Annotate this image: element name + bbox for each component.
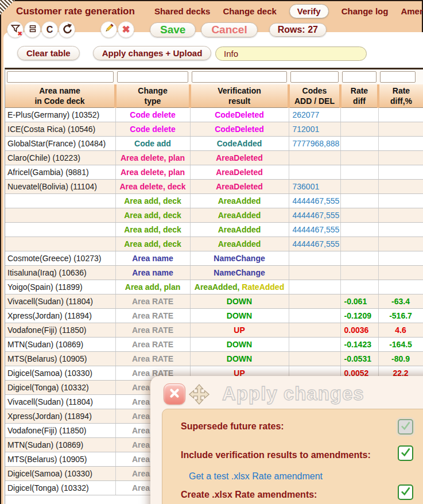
refresh-button[interactable] xyxy=(59,21,75,38)
table-row[interactable]: Area add, deckAreaAdded4444467,555 xyxy=(5,223,423,237)
cell-rate-diff xyxy=(340,122,378,137)
cell-rate-diff xyxy=(340,223,378,237)
cell-area-name: MTS(Belarus) (10905) xyxy=(5,452,115,467)
cell-area-name xyxy=(5,237,115,251)
cell-verification-result: NameChange xyxy=(190,266,289,280)
modal-close-button[interactable] xyxy=(164,383,185,405)
test-amendment-link[interactable]: Get a test .xlsx Rate amendment xyxy=(189,471,323,482)
cell-codes: 262077 xyxy=(289,108,340,122)
save-button[interactable]: Save xyxy=(150,22,196,37)
cell-rate-diff xyxy=(340,237,378,251)
cell-verification-result: CodeAdded xyxy=(190,137,289,151)
cell-verification-result: CodeDeleted xyxy=(190,122,289,137)
supersede-label: Supersede future rates: xyxy=(181,421,284,432)
modal-title: Apply changes xyxy=(222,383,364,405)
filter-input[interactable] xyxy=(117,71,188,83)
result-part: AreaAdded xyxy=(218,196,261,206)
action-row: Clear table Apply changes + Upload xyxy=(17,46,211,60)
cell-area-name: MTN(Sudan) (10869) xyxy=(5,438,115,452)
cancel-button[interactable]: Cancel xyxy=(201,22,257,37)
table-row[interactable]: Claro(Chile) (10223)Area delete, planAre… xyxy=(5,151,423,165)
table-row[interactable]: Vivacell(Sudan) (11804)Area RATEDOWN-0.0… xyxy=(5,294,423,309)
result-part: CodeDeleted xyxy=(215,110,264,119)
cell-change-type: Area add, deck xyxy=(115,237,190,251)
cell-area-name: Digicel(Tonga) (10332) xyxy=(5,381,115,395)
result-part: NameChange xyxy=(214,268,265,277)
delete-row-button[interactable]: ✖ xyxy=(118,21,134,38)
table-row[interactable]: Area add, deckAreaAdded4444467,555 xyxy=(5,208,423,223)
cell-area-name: MTS(Belarus) (10905) xyxy=(5,352,115,366)
tab-change-deck[interactable]: Change deck xyxy=(223,6,276,16)
filter-input[interactable] xyxy=(342,71,377,83)
table-row[interactable]: Africel(Gambia) (9881)Area delete, planA… xyxy=(5,165,423,180)
tab-amendments[interactable]: Amendments xyxy=(401,6,423,16)
create-xlsx-label: Create .xlsx Rate amendments: xyxy=(181,490,317,500)
cell-verification-result: DOWN xyxy=(190,338,289,352)
cell-change-type: Code delete xyxy=(115,122,190,137)
column-header: Codes ADD / DEL xyxy=(289,84,340,108)
copy-button[interactable]: C xyxy=(41,21,58,38)
cell-codes: 7777968,888 xyxy=(289,137,340,151)
cell-verification-result: NameChange xyxy=(190,251,289,266)
cell-change-type: Area RATE xyxy=(115,352,190,366)
result-part: DOWN xyxy=(227,354,252,363)
cell-rate-diff xyxy=(340,208,378,223)
cell-verification-result: AreaAdded xyxy=(190,223,289,237)
table-row[interactable]: Vodafone(Fiji) (11850)Area RATEUP0.00364… xyxy=(5,323,423,338)
table-row[interactable]: MTS(Belarus) (10905)Area RATEDOWN-0.0531… xyxy=(5,352,423,366)
cell-rate-diff-pct: -516.7 xyxy=(378,309,423,323)
result-part: CodeDeleted xyxy=(215,125,264,134)
table-row[interactable]: ICE(Costa Rica) (10546)Code deleteCodeDe… xyxy=(5,122,423,137)
move-arrows-icon xyxy=(188,397,210,407)
cell-area-name: Nuevatel(Bolivia) (11104) xyxy=(5,180,115,194)
info-field[interactable]: Info xyxy=(215,46,367,61)
table-row[interactable]: Cosmote(Greece) (10273)Area nameNameChan… xyxy=(5,251,423,266)
cell-rate-diff: -0.1209 xyxy=(340,309,378,323)
cell-area-name: Itisaluna(Iraq) (10636) xyxy=(5,266,115,280)
cell-rate-diff-pct: 4.6 xyxy=(378,323,423,338)
table-row[interactable]: Xpress(Jordan) (11894)Area RATEDOWN-0.12… xyxy=(5,309,423,323)
copy-c-icon: C xyxy=(46,25,53,35)
cell-change-type: Area add, deck xyxy=(115,223,190,237)
modal-panel: Supersede future rates: Include verifica… xyxy=(162,409,423,504)
filter-input[interactable] xyxy=(7,71,114,83)
filter-input[interactable] xyxy=(380,71,416,83)
tab-verify[interactable]: Verify xyxy=(289,4,329,18)
table-row[interactable]: GlobalStar(France) (10484)Code addCodeAd… xyxy=(5,137,423,151)
filter-clear-x-icon: ✖ xyxy=(18,31,22,37)
filter-input[interactable] xyxy=(192,71,287,83)
cell-verification-result: DOWN xyxy=(190,309,289,323)
include-verification-checkbox[interactable] xyxy=(398,445,413,461)
cell-rate-diff-pct xyxy=(378,137,423,151)
supersede-checkbox[interactable] xyxy=(398,419,413,435)
cell-area-name: Vivacell(Sudan) (11804) xyxy=(5,294,115,309)
cell-rate-diff xyxy=(340,180,378,194)
table-row[interactable]: E-Plus(Germany) (10352)Code deleteCodeDe… xyxy=(5,108,423,122)
tab-shared-decks[interactable]: Shared decks xyxy=(154,6,211,16)
tab-change-log[interactable]: Change log xyxy=(341,6,389,16)
cell-rate-diff xyxy=(340,151,378,165)
table-row[interactable]: Area add, deckAreaAdded4444467,555 xyxy=(5,194,423,208)
table-row[interactable]: Itisaluna(Iraq) (10636)Area nameNameChan… xyxy=(5,266,423,280)
cell-change-type: Code delete xyxy=(115,108,190,122)
page-title: Customer rate generation xyxy=(16,6,135,17)
cell-area-name xyxy=(5,223,115,237)
table-row[interactable]: MTN(Sudan) (10869)Area RATEDOWN-0.1423-1… xyxy=(5,338,423,352)
apply-changes-upload-button[interactable]: Apply changes + Upload xyxy=(93,46,212,60)
cell-verification-result: AreaDeleted xyxy=(190,151,289,165)
rows-layout-button[interactable] xyxy=(24,21,41,38)
cell-codes: 712001 xyxy=(289,122,340,137)
edit-button[interactable] xyxy=(100,21,117,38)
modal-move-handle[interactable] xyxy=(188,383,210,405)
filter-input[interactable] xyxy=(290,71,339,83)
column-header: Area name in Code deck xyxy=(5,84,115,108)
filter-clear-button[interactable]: ✖ xyxy=(7,21,24,38)
cell-rate-diff-pct xyxy=(378,165,423,180)
result-part: AreaDeleted xyxy=(216,182,263,191)
table-row[interactable]: Area add, deckAreaAdded4444467,555 xyxy=(5,237,423,251)
create-xlsx-checkbox[interactable] xyxy=(398,484,413,500)
table-row[interactable]: Yoigo(Spain) (11899)Area add, planAreaAd… xyxy=(5,280,423,294)
cell-rate-diff-pct xyxy=(378,223,423,237)
table-row[interactable]: Nuevatel(Bolivia) (11104)Area delete, de… xyxy=(5,180,423,194)
clear-table-button[interactable]: Clear table xyxy=(17,46,80,60)
